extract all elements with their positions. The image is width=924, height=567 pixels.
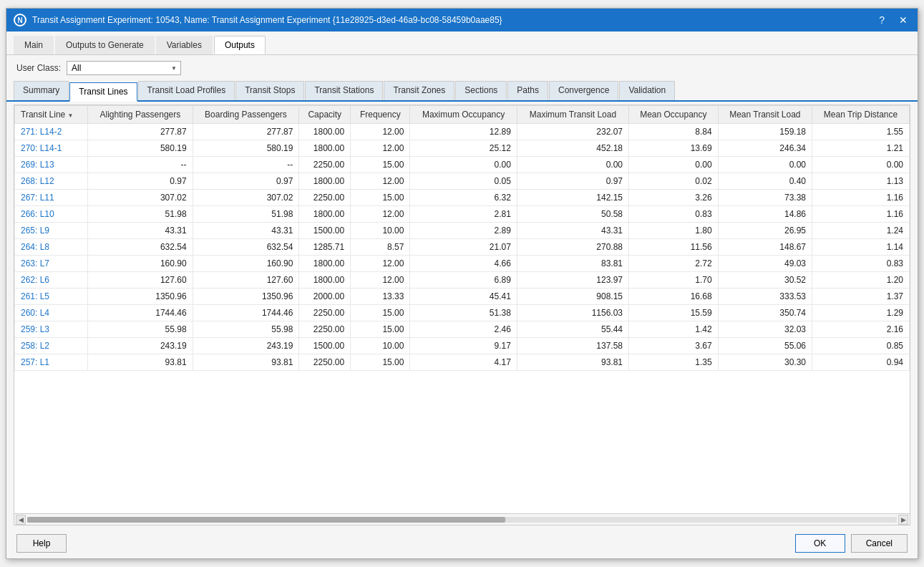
cell-0-9: 1.55 <box>812 124 910 140</box>
cell-14-8: 30.30 <box>718 354 812 371</box>
cell-9-9: 1.20 <box>812 272 910 289</box>
subtab-paths[interactable]: Paths <box>507 81 548 100</box>
titlebar: N Transit Assignment Experiment: 10543, … <box>6 9 918 32</box>
table-row[interactable]: 262: L6127.60127.601800.0012.006.89123.9… <box>15 272 910 289</box>
subtab-validation[interactable]: Validation <box>619 81 675 100</box>
table-row[interactable]: 269: L13----2250.0015.000.000.000.000.00… <box>15 157 910 173</box>
cell-4-4: 15.00 <box>351 190 410 206</box>
table-row[interactable]: 266: L1051.9851.981800.0012.002.8150.580… <box>15 206 910 223</box>
subtab-summary[interactable]: Summary <box>14 81 69 100</box>
cell-4-5: 6.32 <box>410 190 517 206</box>
table-row[interactable]: 267: L11307.02307.022250.0015.006.32142.… <box>15 190 910 206</box>
table-row[interactable]: 271: L14-2277.87277.871800.0012.0012.892… <box>15 124 910 140</box>
col-header-9[interactable]: Mean Trip Distance <box>812 106 910 124</box>
close-icon-button[interactable]: ✕ <box>896 13 910 27</box>
cell-12-0: 259: L3 <box>15 321 88 338</box>
col-header-2[interactable]: Boarding Passengers <box>193 106 299 124</box>
cell-12-4: 15.00 <box>351 321 410 338</box>
cell-4-2: 307.02 <box>193 190 299 206</box>
tab-outputs[interactable]: Outputs <box>214 36 266 54</box>
cell-6-0: 265: L9 <box>15 223 88 239</box>
main-tabs: Main Outputs to Generate Variables Outpu… <box>6 32 918 55</box>
table-row[interactable]: 270: L14-1580.19580.191800.0012.0025.124… <box>15 140 910 157</box>
col-header-5[interactable]: Maximum Occupancy <box>410 106 517 124</box>
help-icon-button[interactable]: ? <box>876 13 887 27</box>
scroll-right-arrow[interactable]: ▶ <box>898 515 908 525</box>
col-header-7[interactable]: Mean Occupancy <box>629 106 719 124</box>
table-row[interactable]: 261: L51350.961350.962000.0013.3345.4190… <box>15 289 910 305</box>
cell-3-3: 1800.00 <box>299 173 351 190</box>
cell-14-4: 15.00 <box>351 354 410 371</box>
tab-outputs-to-generate[interactable]: Outputs to Generate <box>55 36 155 54</box>
cell-6-4: 10.00 <box>351 223 410 239</box>
cell-2-5: 0.00 <box>410 157 517 173</box>
cell-13-7: 3.67 <box>629 338 719 354</box>
cell-11-7: 15.59 <box>629 305 719 321</box>
cell-2-9: 0.00 <box>812 157 910 173</box>
cell-3-1: 0.97 <box>88 173 193 190</box>
help-button[interactable]: Help <box>16 534 67 553</box>
col-header-3[interactable]: Capacity <box>299 106 351 124</box>
table-row[interactable]: 264: L8632.54632.541285.718.5721.07270.8… <box>15 239 910 256</box>
table-row[interactable]: 260: L41744.461744.462250.0015.0051.3811… <box>15 305 910 321</box>
cell-8-6: 83.81 <box>517 256 628 272</box>
cell-13-0: 258: L2 <box>15 338 88 354</box>
cell-6-3: 1500.00 <box>299 223 351 239</box>
cell-11-4: 15.00 <box>351 305 410 321</box>
cell-5-8: 14.86 <box>718 206 812 223</box>
horizontal-scrollbar[interactable]: ◀ ▶ <box>14 513 910 525</box>
cell-8-1: 160.90 <box>88 256 193 272</box>
table-row[interactable]: 259: L355.9855.982250.0015.002.4655.441.… <box>15 321 910 338</box>
col-header-8[interactable]: Mean Transit Load <box>718 106 812 124</box>
cancel-button[interactable]: Cancel <box>851 534 908 553</box>
cell-9-0: 262: L6 <box>15 272 88 289</box>
table-row[interactable]: 265: L943.3143.311500.0010.002.8943.311.… <box>15 223 910 239</box>
cell-2-6: 0.00 <box>517 157 628 173</box>
table-row[interactable]: 257: L193.8193.812250.0015.004.1793.811.… <box>15 354 910 371</box>
cell-3-9: 1.13 <box>812 173 910 190</box>
subtab-transit-stops[interactable]: Transit Stops <box>235 81 304 100</box>
cell-10-3: 2000.00 <box>299 289 351 305</box>
content-area: Transit Line ▼Alighting PassengersBoardi… <box>14 105 910 525</box>
scroll-track[interactable] <box>27 517 897 523</box>
cell-1-1: 580.19 <box>88 140 193 157</box>
table-row[interactable]: 263: L7160.90160.901800.0012.004.6683.81… <box>15 256 910 272</box>
cell-6-9: 1.24 <box>812 223 910 239</box>
subtab-transit-zones[interactable]: Transit Zones <box>384 81 454 100</box>
col-header-1[interactable]: Alighting Passengers <box>88 106 193 124</box>
cell-11-0: 260: L4 <box>15 305 88 321</box>
user-class-select[interactable]: All <box>67 61 181 75</box>
cell-9-1: 127.60 <box>88 272 193 289</box>
tab-variables[interactable]: Variables <box>156 36 213 54</box>
cell-12-5: 2.46 <box>410 321 517 338</box>
user-class-row: User Class: All <box>6 55 918 81</box>
tab-main[interactable]: Main <box>14 36 54 54</box>
col-header-0[interactable]: Transit Line ▼ <box>15 106 88 124</box>
scroll-thumb[interactable] <box>27 517 505 523</box>
subtab-convergence[interactable]: Convergence <box>549 81 618 100</box>
ok-button[interactable]: OK <box>795 534 845 553</box>
subtabs-bar: Summary Transit Lines Transit Load Profi… <box>6 81 918 102</box>
table-row[interactable]: 268: L120.970.971800.0012.000.050.970.02… <box>15 173 910 190</box>
cell-3-5: 0.05 <box>410 173 517 190</box>
table-container[interactable]: Transit Line ▼Alighting PassengersBoardi… <box>14 105 910 513</box>
cell-11-2: 1744.46 <box>193 305 299 321</box>
cell-1-9: 1.21 <box>812 140 910 157</box>
cell-11-3: 2250.00 <box>299 305 351 321</box>
subtab-sections[interactable]: Sections <box>455 81 507 100</box>
subtab-transit-lines[interactable]: Transit Lines <box>69 82 137 102</box>
cell-5-7: 0.83 <box>629 206 719 223</box>
subtab-transit-stations[interactable]: Transit Stations <box>305 81 383 100</box>
col-header-6[interactable]: Maximum Transit Load <box>517 106 628 124</box>
subtab-transit-load-profiles[interactable]: Transit Load Profiles <box>138 81 235 100</box>
col-header-4[interactable]: Frequency <box>351 106 410 124</box>
scroll-left-arrow[interactable]: ◀ <box>16 515 26 525</box>
cell-6-7: 1.80 <box>629 223 719 239</box>
table-row[interactable]: 258: L2243.19243.191500.0010.009.17137.5… <box>15 338 910 354</box>
data-table: Transit Line ▼Alighting PassengersBoardi… <box>14 105 910 371</box>
cell-7-0: 264: L8 <box>15 239 88 256</box>
dialog: N Transit Assignment Experiment: 10543, … <box>6 8 918 559</box>
cell-13-4: 10.00 <box>351 338 410 354</box>
cell-10-2: 1350.96 <box>193 289 299 305</box>
cell-9-3: 1800.00 <box>299 272 351 289</box>
